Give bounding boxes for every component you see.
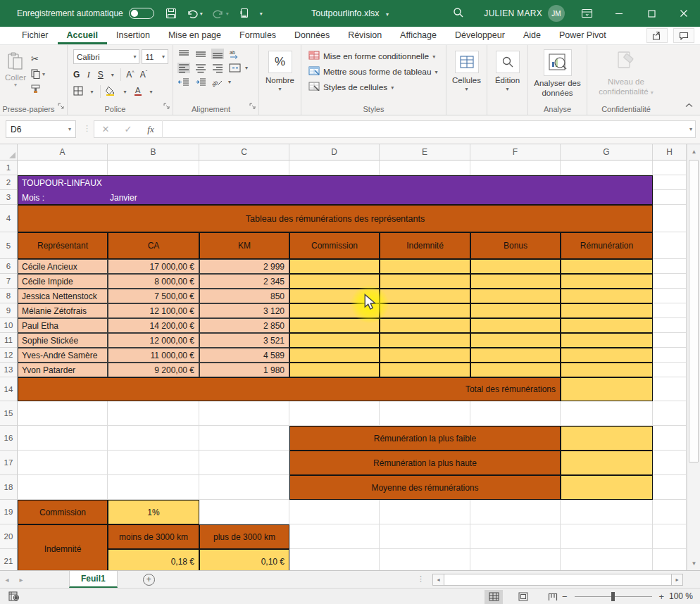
- percent-style-icon[interactable]: %: [268, 51, 292, 73]
- underline-dropdown-icon[interactable]: ▾: [109, 72, 115, 78]
- cell-C10[interactable]: 2 850: [199, 318, 289, 333]
- scroll-down-icon[interactable]: ▼: [687, 556, 700, 570]
- cell-E8[interactable]: [380, 289, 470, 303]
- cell-F6[interactable]: [470, 259, 561, 274]
- row-header-20[interactable]: 20: [0, 524, 18, 549]
- increase-font-icon[interactable]: A^: [126, 70, 134, 80]
- cell-A13[interactable]: Yvon Patarder: [18, 363, 108, 377]
- format-painter-icon[interactable]: [31, 84, 45, 96]
- row-header-13[interactable]: 13: [0, 363, 18, 377]
- row-header-10[interactable]: 10: [0, 318, 18, 333]
- row-header-5[interactable]: 5: [0, 232, 18, 259]
- page-layout-view-button[interactable]: [514, 590, 532, 604]
- font-name-select[interactable]: Calibri▾: [73, 49, 139, 64]
- cell-F13[interactable]: [470, 363, 561, 377]
- cell-B6[interactable]: 17 000,00 €: [108, 259, 199, 274]
- cell-A11[interactable]: Sophie Stickée: [18, 333, 108, 348]
- autosave-control[interactable]: Enregistrement automatique: [17, 8, 154, 19]
- cell-F11[interactable]: [470, 333, 561, 348]
- row-header-16[interactable]: 16: [0, 426, 18, 451]
- row-header-2[interactable]: 2: [0, 175, 18, 190]
- underline-button[interactable]: S: [97, 70, 104, 80]
- bold-button[interactable]: G: [73, 70, 80, 80]
- cell-D16-summary-label[interactable]: Rémunération la plus faible: [289, 426, 561, 451]
- page-break-view-button[interactable]: [544, 590, 562, 604]
- row-header-4[interactable]: 4: [0, 205, 18, 232]
- cell-C11[interactable]: 3 521: [199, 333, 289, 348]
- ribbon-tab-power-pivot[interactable]: Power Pivot: [550, 27, 615, 44]
- undo-button[interactable]: ▾: [187, 8, 203, 19]
- row-header-21[interactable]: 21: [0, 549, 18, 570]
- ribbon-tab-mise-en-page[interactable]: Mise en page: [159, 27, 230, 44]
- column-header-B[interactable]: B: [108, 144, 199, 161]
- cell-C7[interactable]: 2 345: [199, 274, 289, 289]
- align-top-icon[interactable]: [177, 49, 190, 59]
- cell-B5-header[interactable]: CA: [108, 232, 199, 259]
- scroll-left-icon[interactable]: ◂: [432, 574, 444, 586]
- cell-B11[interactable]: 12 000,00 €: [108, 333, 199, 348]
- cell-G10[interactable]: [561, 318, 653, 333]
- cell-E7[interactable]: [380, 274, 470, 289]
- cell-F12[interactable]: [470, 348, 561, 363]
- select-all-corner[interactable]: [0, 144, 18, 161]
- cell-D17-summary-label[interactable]: Rémunération la plus haute: [289, 451, 561, 475]
- column-header-F[interactable]: F: [470, 144, 561, 161]
- cell-D5-header[interactable]: Commission: [289, 232, 380, 259]
- company-header-block[interactable]: TOUPOUR-LINFAUXMois :Janvier: [18, 175, 653, 205]
- cell-B13[interactable]: 9 200,00 €: [108, 363, 199, 377]
- cell-G12[interactable]: [561, 348, 653, 363]
- cell-C6[interactable]: 2 999: [199, 259, 289, 274]
- cut-icon[interactable]: ✂: [31, 54, 45, 64]
- cell-G8[interactable]: [561, 289, 653, 303]
- cell-E13[interactable]: [380, 363, 470, 377]
- row-header-17[interactable]: 17: [0, 451, 18, 475]
- formula-bar-expand-icon[interactable]: ▾: [689, 126, 692, 132]
- sheet-grid[interactable]: ▲ ▼ ABCDEFGH1234567891011121314151617181…: [0, 144, 700, 570]
- align-right-icon[interactable]: [211, 63, 224, 73]
- cell-F10[interactable]: [470, 318, 561, 333]
- vertical-scroll-thumb[interactable]: [689, 160, 699, 463]
- row-header-19[interactable]: 19: [0, 500, 18, 524]
- font-dialog-launcher-icon[interactable]: [163, 99, 170, 112]
- cell-A10[interactable]: Paul Etha: [18, 318, 108, 333]
- merge-center-icon[interactable]: [228, 63, 241, 73]
- row-header-7[interactable]: 7: [0, 274, 18, 289]
- ribbon-tab-developpeur[interactable]: Développeur: [446, 27, 514, 44]
- ribbon-tab-formules[interactable]: Formules: [230, 27, 285, 44]
- cell-A14-total-label[interactable]: Total des rémunérations: [18, 377, 561, 401]
- cell-E9[interactable]: [380, 303, 470, 318]
- ribbon-display-options-button[interactable]: [570, 0, 603, 27]
- cell-G9[interactable]: [561, 303, 653, 318]
- cell-B8[interactable]: 7 500,00 €: [108, 289, 199, 303]
- ribbon-tab-revision[interactable]: Révision: [339, 27, 391, 44]
- sheet-nav-left-icon[interactable]: ◂: [0, 576, 14, 584]
- cell-F9[interactable]: [470, 303, 561, 318]
- cell-G7[interactable]: [561, 274, 653, 289]
- column-header-E[interactable]: E: [380, 144, 470, 161]
- zoom-slider-thumb[interactable]: [611, 592, 615, 601]
- column-header-A[interactable]: A: [18, 144, 108, 161]
- ribbon-tab-donnees[interactable]: Données: [285, 27, 339, 44]
- align-bottom-icon[interactable]: [211, 49, 224, 59]
- horizontal-scrollbar[interactable]: ◂ ▸: [432, 574, 683, 586]
- insert-function-icon[interactable]: fx: [139, 124, 162, 135]
- zoom-out-button[interactable]: −: [562, 591, 568, 602]
- cell-A5-header[interactable]: Représentant: [18, 232, 108, 259]
- cell-A20-indemnity-label[interactable]: Indemnité: [18, 524, 108, 570]
- undo-dropdown-icon[interactable]: ▾: [200, 11, 203, 17]
- formula-bar-resizer[interactable]: ⋮: [83, 124, 92, 133]
- clipboard-dialog-launcher-icon[interactable]: [58, 99, 64, 112]
- cell-G11[interactable]: [561, 333, 653, 348]
- wrap-text-icon[interactable]: ab: [228, 49, 241, 59]
- cell-A12[interactable]: Yves-André Samère: [18, 348, 108, 363]
- cell-F8[interactable]: [470, 289, 561, 303]
- column-header-D[interactable]: D: [289, 144, 380, 161]
- cell-E10[interactable]: [380, 318, 470, 333]
- cell-E12[interactable]: [380, 348, 470, 363]
- row-header-1[interactable]: 1: [0, 161, 18, 175]
- cell-C9[interactable]: 3 120: [199, 303, 289, 318]
- zoom-in-button[interactable]: +: [659, 591, 665, 602]
- cell-C12[interactable]: 4 589: [199, 348, 289, 363]
- cell-G6[interactable]: [561, 259, 653, 274]
- font-color-icon[interactable]: A: [134, 86, 142, 98]
